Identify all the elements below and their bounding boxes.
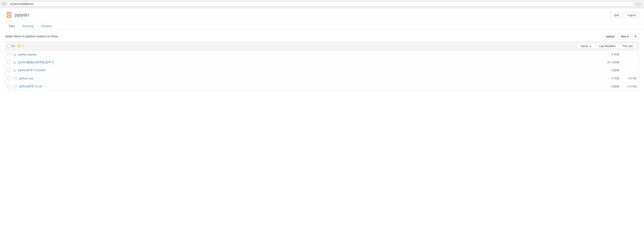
folder-icon: 📁 bbox=[17, 44, 22, 48]
file-icon: 📄 bbox=[13, 76, 17, 80]
jupyter-logo-icon bbox=[5, 11, 13, 19]
tab-running[interactable]: Running bbox=[19, 22, 37, 30]
new-label: New bbox=[621, 35, 626, 38]
col-header-name[interactable]: Name ▼ bbox=[577, 43, 595, 49]
table-row: 🗂 python数据分析和机器学习 20 小时前 bbox=[5, 58, 639, 66]
row-checkbox-3[interactable] bbox=[8, 77, 11, 80]
folder-icon: 🗂 bbox=[13, 52, 16, 56]
file-rows: 🗂 python.assets 6 天前 🗂 python数据分析和机器学习 2… bbox=[5, 51, 639, 90]
tab-clusters[interactable]: Clusters bbox=[37, 22, 55, 30]
file-name-3[interactable]: python.md bbox=[19, 77, 594, 80]
file-name-4[interactable]: python的学习.md bbox=[19, 85, 594, 88]
svg-point-2 bbox=[7, 14, 8, 15]
logo: jupyter bbox=[5, 11, 30, 19]
col-header-file-size[interactable]: File size bbox=[619, 43, 636, 49]
file-size-3: 112 kB bbox=[620, 77, 636, 80]
tabs-bar: Files Running Clusters bbox=[0, 22, 644, 30]
check-select: 0 ▾ bbox=[8, 44, 15, 48]
table-row: 📄 python.md 5 天前 112 kB bbox=[5, 74, 639, 82]
svg-point-1 bbox=[7, 16, 11, 17]
row-checkbox-1[interactable] bbox=[8, 61, 11, 64]
table-row: 🗂 python.assets 6 天前 bbox=[5, 51, 639, 58]
col-header-last-modified[interactable]: Last Modified bbox=[595, 43, 619, 49]
path-info: 📁 / bbox=[17, 44, 24, 48]
toolbar-right: Upload New ▾ ↻ bbox=[603, 33, 639, 39]
folder-icon: 🗂 bbox=[13, 68, 16, 72]
header-buttons: Quit Logout bbox=[611, 12, 639, 18]
select-count: 0 bbox=[12, 44, 13, 48]
select-dropdown-arrow[interactable]: ▾ bbox=[14, 45, 15, 47]
file-modified-3: 5 天前 bbox=[594, 76, 620, 80]
row-checkbox-0[interactable] bbox=[8, 53, 11, 56]
tab-files[interactable]: Files bbox=[5, 22, 19, 30]
upload-button[interactable]: Upload bbox=[603, 33, 617, 39]
logo-text: jupyter bbox=[14, 12, 30, 18]
main-content: Select items to perform actions on them.… bbox=[0, 30, 644, 94]
header: jupyter Quit Logout bbox=[0, 8, 644, 22]
file-modified-4: 几秒前 bbox=[594, 85, 620, 88]
new-button[interactable]: New ▾ bbox=[618, 33, 631, 39]
select-all-checkbox[interactable] bbox=[8, 44, 11, 48]
sort-arrow-name: ▼ bbox=[589, 45, 592, 47]
svg-point-3 bbox=[10, 14, 12, 15]
select-message: Select items to perform actions on them. bbox=[5, 35, 59, 38]
file-icon: 📄 bbox=[13, 84, 17, 88]
folder-icon: 🗂 bbox=[13, 60, 16, 64]
refresh-button[interactable]: ↻ bbox=[632, 33, 639, 39]
logout-button[interactable]: Logout bbox=[624, 12, 639, 18]
file-table: 0 ▾ 📁 / Name ▼ Last Modified File size bbox=[5, 41, 639, 91]
info-icon: ⓘ bbox=[2, 2, 6, 6]
toolbar: Select items to perform actions on them.… bbox=[5, 33, 639, 39]
table-row: 🗂 python的学习.assets 几秒前 bbox=[5, 66, 639, 74]
file-size-4: 14.3 kB bbox=[620, 85, 636, 88]
table-header: 0 ▾ 📁 / Name ▼ Last Modified File size bbox=[5, 42, 639, 51]
browser-chrome: ⓘ localhost:8888/tree ⬜ › bbox=[0, 0, 644, 8]
quit-button[interactable]: Quit bbox=[611, 12, 622, 18]
file-name-2[interactable]: python的学习.assets bbox=[18, 68, 594, 72]
tabs-icon: ⬜ › bbox=[636, 2, 642, 6]
table-row: 📄 python的学习.md 几秒前 14.3 kB bbox=[5, 82, 639, 90]
table-header-cols: Name ▼ Last Modified File size bbox=[577, 43, 636, 49]
file-name-0[interactable]: python.assets bbox=[18, 53, 594, 56]
row-checkbox-4[interactable] bbox=[8, 85, 11, 88]
address-bar[interactable]: localhost:8888/tree bbox=[8, 1, 634, 7]
svg-point-0 bbox=[7, 12, 11, 14]
file-name-1[interactable]: python数据分析和机器学习 bbox=[18, 60, 594, 64]
new-dropdown-arrow[interactable]: ▾ bbox=[627, 35, 629, 38]
row-checkbox-2[interactable] bbox=[8, 69, 11, 72]
file-modified-0: 6 天前 bbox=[594, 52, 620, 56]
current-path: / bbox=[23, 44, 24, 48]
file-modified-1: 20 小时前 bbox=[594, 60, 620, 64]
file-modified-2: 几秒前 bbox=[594, 68, 620, 72]
